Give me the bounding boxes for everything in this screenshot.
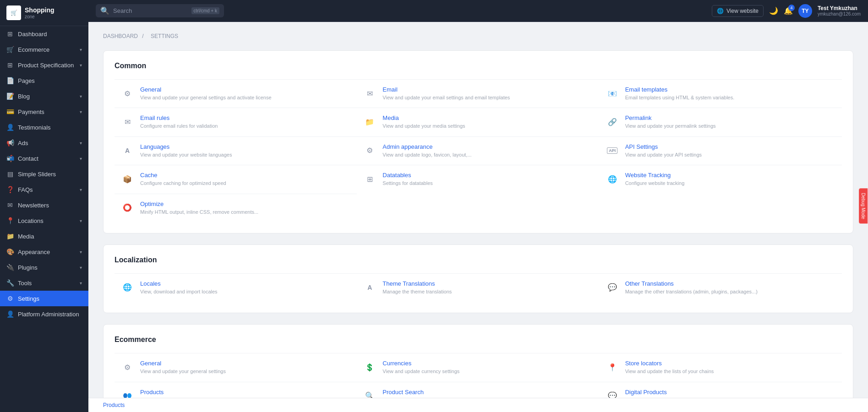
settings-item-icon: ⊞ <box>362 172 377 186</box>
chevron-icon-faqs: ▾ <box>80 187 82 192</box>
sidebar-item-tools[interactable]: 🔧 Tools ▾ <box>0 275 88 291</box>
settings-item-currencies[interactable]: 💲CurrenciesView and update currency sett… <box>357 353 599 381</box>
sidebar-item-dashboard[interactable]: ⊞ Dashboard <box>0 26 88 42</box>
nav-icon-contact: 📬 <box>6 155 14 162</box>
settings-item-languages[interactable]: ALanguagesView and update your website l… <box>115 136 357 165</box>
settings-item-products[interactable]: 👥ProductsView and update your products s… <box>115 382 357 398</box>
search-box[interactable]: 🔍 ctrl/cmd + k <box>96 4 224 17</box>
sidebar-item-label-plugins: Plugins <box>18 264 38 271</box>
sidebar-item-plugins[interactable]: 🔌 Plugins ▾ <box>0 260 88 275</box>
settings-item-icon: 🔗 <box>605 114 620 129</box>
nav-icon-simple-sliders: ▤ <box>6 170 14 178</box>
sidebar-item-appearance[interactable]: 🎨 Appearance ▾ <box>0 244 88 260</box>
sidebar-item-product-specification[interactable]: ⊞ Product Specification ▾ <box>0 57 88 73</box>
sidebar-item-faqs[interactable]: ❓ FAQs ▾ <box>0 182 88 197</box>
sidebar-item-testimonials[interactable]: 👤 Testimonials <box>0 119 88 135</box>
breadcrumb-separator: / <box>142 33 143 39</box>
sidebar-item-settings[interactable]: ⚙ Settings <box>0 291 88 306</box>
chevron-icon-locations: ▾ <box>80 218 82 223</box>
notification-badge: 4 <box>788 5 795 11</box>
debug-tab[interactable]: Debug Mode <box>859 188 868 223</box>
chevron-icon-payments: ▾ <box>80 109 82 114</box>
settings-item-theme-translations[interactable]: ATheme TranslationsManage the theme tran… <box>357 273 599 302</box>
settings-item-admin-appearance[interactable]: ⚙Admin appearanceView and update logo, f… <box>357 136 599 165</box>
chevron-icon-tools: ▾ <box>80 281 82 286</box>
settings-item-media[interactable]: 📁MediaView and update your media setting… <box>357 108 599 136</box>
settings-item-desc: View and update your permalink settings <box>625 123 716 130</box>
settings-item-title: Permalink <box>625 114 716 121</box>
settings-item-title: Theme Translations <box>382 280 452 287</box>
settings-item-icon: A <box>120 143 135 158</box>
nav-icon-product-specification: ⊞ <box>6 61 14 69</box>
sidebar-item-label-ecommerce: Ecommerce <box>18 46 49 53</box>
logo-icon: 🛒 <box>6 5 21 20</box>
sidebar-item-media[interactable]: 📁 Media <box>0 228 88 244</box>
settings-item-desc: View and update logo, favicon, layout,..… <box>382 152 471 158</box>
sidebar-item-simple-sliders[interactable]: ▤ Simple Sliders <box>0 166 88 182</box>
settings-item-permalink[interactable]: 🔗PermalinkView and update your permalink… <box>600 108 842 136</box>
settings-item-product-search[interactable]: 🔍Product SearchView and update product s… <box>357 382 599 398</box>
settings-item-store-locators[interactable]: 📍Store locatorsView and update the lists… <box>600 353 842 381</box>
settings-item-icon: 🔍 <box>362 389 377 398</box>
sidebar-item-payments[interactable]: 💳 Payments ▾ <box>0 104 88 119</box>
sidebar-item-label-appearance: Appearance <box>18 249 50 255</box>
settings-item-datatables[interactable]: ⊞DatatablesSettings for datatables <box>357 165 599 193</box>
view-website-button[interactable]: 🌐 View website <box>712 5 764 17</box>
moon-icon[interactable]: 🌙 <box>769 6 778 15</box>
settings-item-website-tracking[interactable]: 🌐Website TrackingConfigure website track… <box>600 165 842 193</box>
sidebar-item-ecommerce[interactable]: 🛒 Ecommerce ▾ <box>0 42 88 57</box>
bottom-bar: Products <box>88 398 868 412</box>
settings-item-icon: 📍 <box>605 360 620 374</box>
sidebar-item-label-media: Media <box>18 233 34 240</box>
settings-item-icon: API <box>605 143 620 158</box>
search-shortcut: ctrl/cmd + k <box>191 7 219 14</box>
settings-item-desc: Configure email rules for validation <box>140 123 218 130</box>
settings-item-email-rules[interactable]: ✉Email rulesConfigure email rules for va… <box>115 108 357 136</box>
breadcrumb-home[interactable]: DASHBOARD <box>103 33 138 39</box>
settings-item-locales[interactable]: 🌐LocalesView, download and import locale… <box>115 273 357 302</box>
settings-item-desc: View and update currency settings <box>382 368 459 375</box>
breadcrumb: DASHBOARD / SETTINGS <box>103 33 853 39</box>
nav-icon-locations: 📍 <box>6 217 14 224</box>
nav-icon-newsletters: ✉ <box>6 201 14 209</box>
settings-item-title: Email rules <box>140 114 218 121</box>
sidebar-item-locations[interactable]: 📍 Locations ▾ <box>0 213 88 228</box>
nav-item-left: 📝 Blog <box>6 92 30 100</box>
settings-item-other-translations[interactable]: 💬Other TranslationsManage the other tran… <box>600 273 842 302</box>
search-icon: 🔍 <box>100 6 109 15</box>
settings-item-digital-products[interactable]: 💬Digital ProductsView and update digital… <box>600 382 842 398</box>
sidebar-item-platform-administration[interactable]: 👤 Platform Administration <box>0 306 88 322</box>
settings-item-icon: 💬 <box>605 280 620 295</box>
sidebar-item-ads[interactable]: 📢 Ads ▾ <box>0 135 88 151</box>
settings-item-general[interactable]: ⚙GeneralView and update your general set… <box>115 79 357 108</box>
settings-item-desc: View, download and import locales <box>140 288 218 295</box>
settings-item-api-settings[interactable]: APIAPI SettingsView and update your API … <box>600 136 842 165</box>
sidebar-item-pages[interactable]: 📄 Pages <box>0 73 88 88</box>
nav-icon-ads: 📢 <box>6 139 14 146</box>
nav-item-left: 📬 Contact <box>6 155 38 162</box>
sidebar-item-label-pages: Pages <box>18 77 35 84</box>
settings-item-desc: Minify HTML output, inline CSS, remove c… <box>140 209 258 216</box>
nav-item-left: ▤ Simple Sliders <box>6 170 56 178</box>
notification-icon[interactable]: 🔔 4 <box>784 6 793 15</box>
topbar-right: 🌐 View website 🌙 🔔 4 TY Test Ymkuzhan ym… <box>712 4 861 18</box>
settings-item-cache[interactable]: 📦CacheConfigure caching for optimized sp… <box>115 165 357 193</box>
settings-item-optimize[interactable]: ⭕OptimizeMinify HTML output, inline CSS,… <box>115 194 357 222</box>
nav-item-left: 🛒 Ecommerce <box>6 46 49 53</box>
settings-item-email-templates[interactable]: 📧Email templatesEmail templates using HT… <box>600 79 842 108</box>
sidebar-item-label-tools: Tools <box>18 280 32 287</box>
settings-item-icon: 📦 <box>120 172 135 186</box>
sidebar-item-newsletters[interactable]: ✉ Newsletters <box>0 197 88 213</box>
sidebar-item-blog[interactable]: 📝 Blog ▾ <box>0 88 88 104</box>
search-input[interactable] <box>113 7 188 14</box>
settings-item-email[interactable]: ✉EmailView and update your email setting… <box>357 79 599 108</box>
settings-item-title: Datatables <box>382 172 432 179</box>
bottom-products-link[interactable]: Products <box>103 402 125 408</box>
nav-item-left: ⚙ Settings <box>6 295 39 302</box>
section-common: Common⚙GeneralView and update your gener… <box>103 50 853 233</box>
settings-item-general[interactable]: ⚙GeneralView and update your general set… <box>115 353 357 381</box>
sidebar-item-label-locations: Locations <box>18 217 44 224</box>
settings-item-title: Products <box>140 389 228 396</box>
settings-item-icon: 💲 <box>362 360 377 374</box>
sidebar-item-contact[interactable]: 📬 Contact ▾ <box>0 151 88 166</box>
